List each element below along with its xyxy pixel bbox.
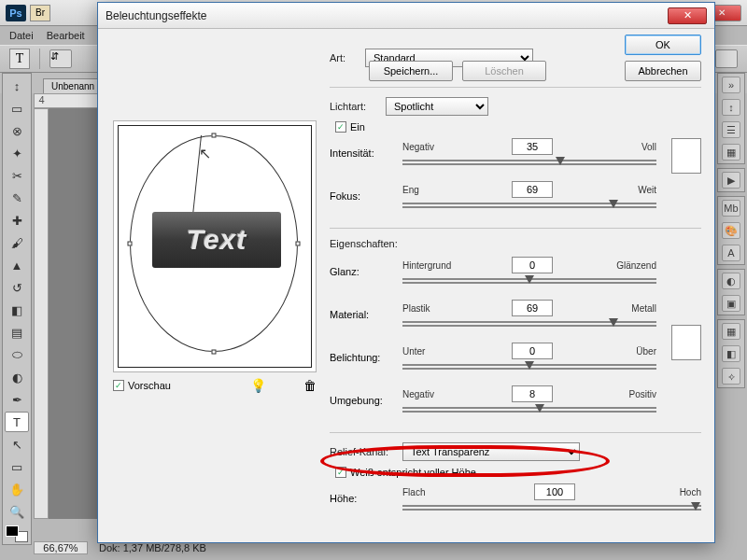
ein-checkbox[interactable]: ✓: [335, 121, 346, 133]
brush-tool[interactable]: 🖌: [5, 232, 29, 253]
menu-edit[interactable]: Bearbeit: [47, 30, 85, 41]
new-light-icon[interactable]: 💡: [250, 378, 266, 393]
delete-light-icon[interactable]: 🗑: [303, 378, 317, 393]
ok-button[interactable]: OK: [625, 35, 701, 55]
blur-tool[interactable]: ⬭: [5, 344, 29, 365]
dock-adjust-icon[interactable]: ◐: [722, 273, 740, 289]
panel-toggle-3[interactable]: [715, 49, 738, 68]
belichtung-label: Belichtung:: [330, 352, 397, 363]
glanz-slider[interactable]: [402, 275, 656, 287]
hand-tool[interactable]: ✋: [5, 479, 29, 499]
intensitaet-slider[interactable]: [402, 157, 656, 168]
dock-mb-icon[interactable]: Mb: [722, 200, 740, 217]
belichtung-slider[interactable]: [402, 361, 656, 372]
glanz-label: Glanz:: [330, 266, 397, 277]
umgebung-left: Negativ: [402, 389, 455, 399]
weiss-checkbox[interactable]: ✓: [335, 467, 346, 478]
fokus-value[interactable]: [512, 181, 553, 198]
hoehe-value[interactable]: [534, 483, 575, 500]
hoehe-label: Höhe:: [330, 493, 397, 504]
intensitaet-label: Intensität:: [330, 147, 397, 159]
history-brush-tool[interactable]: ↺: [5, 277, 29, 298]
preview-canvas[interactable]: ↖ Text: [118, 125, 312, 368]
dialog-close-button[interactable]: ✕: [668, 7, 707, 24]
menu-file[interactable]: Datei: [9, 30, 34, 41]
material-label: Material:: [330, 309, 397, 320]
eraser-tool[interactable]: ◧: [5, 300, 29, 320]
relief-select[interactable]: Text Transparenz: [402, 442, 580, 461]
material-left: Plastik: [402, 303, 455, 314]
weiss-label: Weiß entspricht voller Höhe: [350, 467, 476, 478]
lichtart-label: Lichtart:: [330, 101, 380, 112]
pen-tool[interactable]: ✒: [5, 389, 29, 410]
heal-tool[interactable]: ✚: [5, 210, 29, 231]
zoom-tool[interactable]: 🔍: [5, 501, 29, 522]
save-button[interactable]: Speichern...: [369, 61, 453, 81]
crop-tool[interactable]: ✂: [5, 165, 29, 186]
app-logo: Ps: [6, 5, 26, 21]
material-right: Metall: [610, 303, 656, 314]
fokus-left: Eng: [402, 185, 455, 195]
zoom-level[interactable]: 66,67%: [34, 541, 88, 554]
opt-orient[interactable]: ⇵: [49, 49, 72, 68]
bridge-logo[interactable]: Br: [30, 5, 50, 21]
light-handle-bottom[interactable]: [212, 350, 217, 355]
dock-arrow-icon[interactable]: »: [722, 77, 740, 93]
type-tool[interactable]: T: [5, 412, 29, 432]
cancel-button[interactable]: Abbrechen: [625, 61, 701, 81]
lichtart-select[interactable]: Spotlicht: [386, 97, 488, 116]
gradient-tool[interactable]: ▤: [5, 322, 29, 343]
document-tab[interactable]: Unbenann: [43, 78, 103, 93]
marquee-tool[interactable]: ▭: [5, 98, 29, 119]
eigenschaften-label: Eigenschaften:: [330, 238, 701, 249]
shape-tool[interactable]: ▭: [5, 456, 29, 477]
glanz-left: Hintergrund: [402, 260, 455, 271]
color-swatches[interactable]: [6, 525, 28, 542]
material-value[interactable]: [512, 300, 553, 316]
fokus-slider[interactable]: [402, 200, 656, 211]
intensitaet-value[interactable]: [512, 138, 553, 155]
dock-color-icon[interactable]: 🎨: [722, 222, 740, 239]
dock-paths-icon[interactable]: ⟡: [722, 368, 740, 385]
dock-channels-icon[interactable]: ◧: [722, 345, 740, 362]
hoehe-slider[interactable]: [402, 502, 701, 513]
umgebung-label: Umgebung:: [330, 395, 397, 406]
path-tool[interactable]: ↖: [5, 434, 29, 455]
belichtung-right: Über: [610, 346, 656, 357]
glanz-value[interactable]: [512, 257, 553, 273]
light-handle-right[interactable]: [296, 242, 301, 246]
umgebung-value[interactable]: [512, 385, 553, 402]
dock-play-icon[interactable]: ▶: [722, 172, 740, 189]
umgebung-slider[interactable]: [402, 404, 656, 415]
lighting-effects-dialog: Beleuchtungseffekte ✕ ↖ Text ✓ Vorschau …: [97, 2, 715, 543]
wand-tool[interactable]: ✦: [5, 143, 29, 163]
light-color-swatch[interactable]: [671, 138, 701, 174]
dock-history-icon[interactable]: ↕: [722, 99, 740, 116]
stamp-tool[interactable]: ▲: [5, 255, 29, 275]
dock-mask-icon[interactable]: ▣: [722, 295, 740, 312]
delete-button: Löschen: [462, 61, 546, 81]
preview-frame: ↖ Text: [113, 120, 317, 372]
move-tool[interactable]: ↕: [5, 76, 29, 96]
dodge-tool[interactable]: ◐: [5, 367, 29, 387]
preview-label: Vorschau: [128, 380, 171, 391]
preview-checkbox[interactable]: ✓: [113, 380, 124, 391]
dock-char-icon[interactable]: A: [722, 245, 740, 261]
dock-actions-icon[interactable]: ☰: [722, 121, 740, 138]
ruler-vertical: [34, 108, 49, 519]
tool-preset[interactable]: T: [9, 49, 30, 69]
light-handle-top[interactable]: [212, 133, 217, 138]
light-handle-left[interactable]: [128, 242, 133, 246]
dock-swatch-icon[interactable]: ▦: [722, 144, 740, 161]
intensitaet-left: Negativ: [402, 142, 455, 152]
dock-layers-icon[interactable]: ▦: [722, 323, 740, 340]
ambient-color-swatch[interactable]: [671, 325, 701, 360]
lasso-tool[interactable]: ⊗: [5, 120, 29, 141]
dialog-title: Beleuchtungseffekte: [106, 9, 207, 22]
ein-label: Ein: [350, 121, 365, 133]
belichtung-value[interactable]: [512, 343, 553, 359]
material-slider[interactable]: [402, 318, 656, 329]
hoehe-right: Hoch: [655, 487, 701, 497]
art-label: Art:: [330, 52, 359, 63]
eyedropper-tool[interactable]: ✎: [5, 188, 29, 208]
